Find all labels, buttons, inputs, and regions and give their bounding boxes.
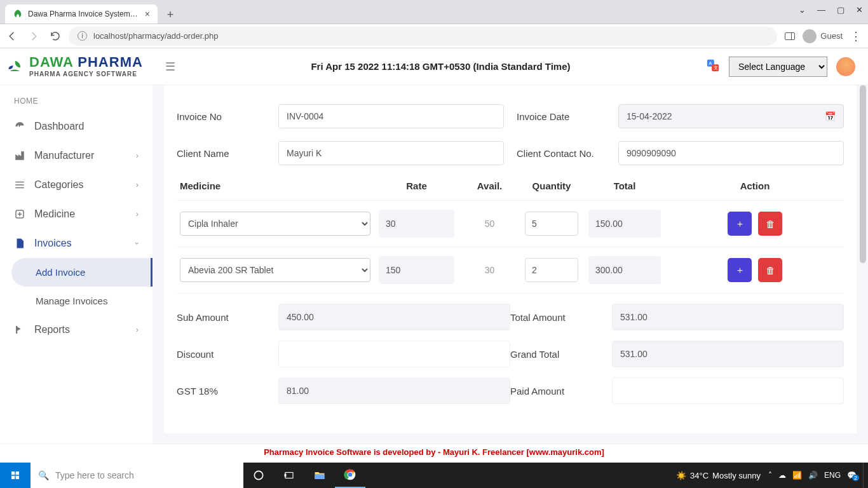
scrollbar[interactable]	[859, 85, 867, 444]
label-discount: Discount	[177, 349, 272, 360]
dashboard-icon	[14, 121, 25, 132]
client-name-input[interactable]	[278, 141, 504, 165]
sidebar-item-invoices[interactable]: Invoices ›	[0, 229, 153, 258]
sidebar-item-categories[interactable]: Categories ›	[0, 170, 153, 200]
language-select[interactable]: Select Language	[729, 57, 827, 77]
site-info-icon[interactable]: i	[78, 31, 87, 41]
medicine-select[interactable]: Abevia 200 SR Tablet	[180, 258, 370, 282]
start-button[interactable]	[0, 463, 31, 488]
panel-icon[interactable]	[785, 32, 795, 40]
translate-icon[interactable]: A文	[706, 58, 720, 75]
chevron-down-icon[interactable]: ⌄	[799, 5, 806, 15]
credit-link[interactable]: [www.mayurik.com]	[526, 447, 604, 457]
avatar-icon	[803, 29, 817, 43]
url-text: localhost/pharmacy/add-order.php	[93, 31, 219, 41]
profile-button[interactable]: Guest	[803, 29, 843, 43]
calendar-icon[interactable]: 📅	[825, 111, 836, 121]
sidebar-item-manufacturer[interactable]: Manufacturer ›	[0, 141, 153, 170]
footer-credit: Pharmacy Invoice Software is developed b…	[0, 444, 868, 463]
file-explorer-icon[interactable]	[304, 463, 335, 488]
delete-row-button[interactable]: 🗑	[758, 212, 782, 236]
logo-icon	[6, 58, 24, 76]
rate-input	[379, 210, 454, 238]
onedrive-icon[interactable]: ☁	[778, 471, 786, 480]
categories-icon	[14, 179, 25, 191]
invoice-form-card: Invoice No Invoice Date 15-04-2022 📅 Cli…	[164, 85, 857, 433]
taskbar-search[interactable]: 🔍 Type here to search	[31, 463, 243, 488]
table-header-row: Medicine Rate Avail. Quantity Total Acti…	[177, 172, 844, 201]
logo-subtitle: PHARMA AGENCY SOFTWARE	[29, 71, 143, 78]
browser-tab[interactable]: Dawa Pharma Invoice System - M ×	[5, 4, 158, 24]
show-desktop-button[interactable]	[863, 463, 868, 488]
wifi-icon[interactable]: 📶	[792, 471, 802, 480]
chevron-down-icon: ›	[133, 242, 142, 245]
sidebar-item-dashboard[interactable]: Dashboard	[0, 112, 153, 141]
language-indicator[interactable]: ENG	[824, 471, 841, 480]
minimize-icon[interactable]: —	[817, 5, 825, 15]
forward-icon[interactable]	[28, 30, 39, 42]
label-gst: GST 18%	[177, 386, 272, 396]
profile-label: Guest	[820, 31, 843, 41]
system-tray: ˄ ☁ 📶 🔊 ENG 💬2	[768, 471, 857, 480]
sidebar-item-label: Manufacturer	[34, 150, 94, 161]
task-view-icon[interactable]	[243, 463, 274, 488]
sidebar-item-reports[interactable]: Reports ›	[0, 315, 153, 344]
sidebar-item-label: Dashboard	[34, 121, 84, 132]
th-quantity: Quantity	[520, 180, 583, 191]
th-action: Action	[666, 180, 844, 191]
row-total-input	[588, 210, 661, 238]
add-row-button[interactable]: ＋	[728, 212, 752, 236]
new-tab-button[interactable]: +	[161, 6, 179, 24]
reload-icon[interactable]	[50, 30, 61, 42]
tab-title: Dawa Pharma Invoice System - M	[28, 10, 140, 18]
label-client-contact: Client Contact No.	[517, 148, 606, 159]
label-client-name: Client Name	[177, 148, 266, 159]
quantity-input[interactable]	[525, 258, 578, 282]
invoice-no-input[interactable]	[278, 104, 504, 128]
paid-amount-input[interactable]	[612, 377, 844, 404]
medicine-select[interactable]: Cipla Inhaler	[180, 212, 370, 236]
volume-icon[interactable]: 🔊	[808, 471, 818, 480]
sidebar-subitem-add-invoice[interactable]: Add Invoice	[11, 258, 153, 287]
tab-close-icon[interactable]: ×	[145, 9, 150, 19]
sidebar-toggle-icon[interactable]: ☰	[165, 60, 175, 74]
maximize-icon[interactable]: ▢	[837, 5, 844, 15]
chrome-icon[interactable]	[335, 463, 365, 488]
sidebar: HOME Dashboard Manufacturer › Categories…	[0, 85, 153, 444]
close-window-icon[interactable]: ✕	[856, 5, 863, 15]
logo[interactable]: DAWA PHARMA PHARMA AGENCY SOFTWARE	[6, 55, 153, 78]
invoice-date-input[interactable]: 15-04-2022 📅	[618, 104, 844, 128]
address-bar[interactable]: i localhost/pharmacy/add-order.php	[69, 27, 777, 46]
sidebar-item-label: Categories	[34, 179, 83, 191]
tab-favicon-icon	[13, 9, 23, 19]
quantity-input[interactable]	[525, 212, 578, 236]
user-avatar[interactable]	[836, 57, 855, 76]
browser-menu-icon[interactable]: ⋮	[850, 29, 862, 43]
svg-point-5	[254, 471, 262, 479]
chevron-right-icon: ›	[136, 151, 139, 160]
plus-icon: ＋	[735, 264, 745, 276]
discount-input[interactable]	[278, 341, 510, 367]
weather-temp: 34°C	[690, 471, 709, 480]
weather-widget[interactable]: ☀️ 34°C Mostly sunny	[676, 471, 761, 480]
back-icon[interactable]	[6, 30, 18, 42]
client-contact-input[interactable]	[618, 141, 844, 165]
svg-point-9	[348, 473, 353, 477]
taskbar: 🔍 Type here to search ☀️ 34°C Mostly sun…	[0, 463, 868, 488]
label-sub-amount: Sub Amount	[177, 312, 272, 323]
avail-input	[465, 212, 515, 236]
manufacturer-icon	[14, 150, 25, 161]
add-row-button[interactable]: ＋	[728, 258, 752, 282]
delete-row-button[interactable]: 🗑	[758, 258, 782, 282]
content-area: Invoice No Invoice Date 15-04-2022 📅 Cli…	[153, 85, 868, 444]
cortana-icon[interactable]	[274, 463, 304, 488]
th-medicine: Medicine	[177, 180, 374, 191]
sidebar-subitem-manage-invoices[interactable]: Manage Invoices	[0, 287, 153, 315]
chevron-right-icon: ›	[136, 325, 139, 334]
trash-icon: 🗑	[766, 219, 775, 229]
sidebar-item-label: Medicine	[34, 208, 75, 220]
sidebar-item-medicine[interactable]: Medicine ›	[0, 200, 153, 229]
sub-amount-input	[278, 304, 510, 330]
notifications-icon[interactable]: 💬2	[847, 471, 857, 480]
tray-chevron-icon[interactable]: ˄	[768, 471, 772, 480]
